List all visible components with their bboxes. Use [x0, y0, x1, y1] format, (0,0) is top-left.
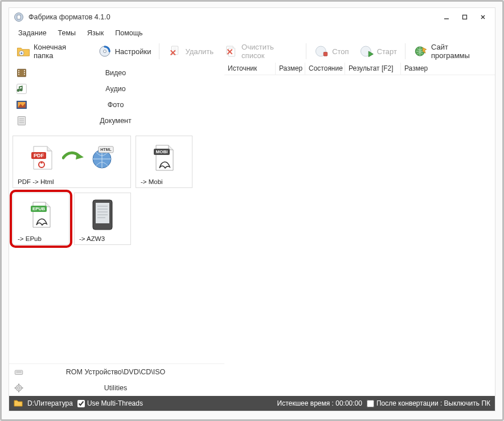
document-icon [16, 115, 27, 126]
col-size-out[interactable]: Размер [401, 63, 495, 75]
svg-text:PDF: PDF [34, 153, 44, 158]
category-photo[interactable]: Фото [13, 97, 221, 113]
col-size[interactable]: Размер [276, 63, 305, 75]
stop-label: Стоп [332, 47, 349, 56]
start-label: Старт [377, 47, 397, 56]
separator [405, 43, 405, 59]
table-header: Источник Размер Состояние Результат [F2]… [224, 63, 495, 75]
tile-label: -> Mobi [141, 176, 187, 185]
settings-button[interactable]: Настройки [93, 42, 156, 61]
multithreads-label: Use Multi-Threads [87, 399, 143, 407]
clear-list-label: Очистить список [241, 43, 298, 60]
delete-button[interactable]: Удалить [163, 42, 218, 61]
tile-label: PDF -> Html [18, 176, 126, 185]
folder-icon [16, 44, 31, 59]
category-video-label: Видео [27, 69, 218, 77]
tile-graphic: PDF HTML [18, 140, 126, 176]
svg-rect-28 [18, 74, 19, 75]
open-folder-icon[interactable] [14, 399, 23, 408]
svg-point-7 [21, 52, 22, 54]
category-utilities[interactable]: Utilities [9, 380, 224, 396]
category-audio-label: Аудио [27, 85, 218, 93]
menu-bar: Задание Темы Язык Помощь [9, 26, 495, 40]
category-document[interactable]: Документ [13, 113, 221, 129]
tile-graphic: MOBI [141, 140, 187, 176]
delete-icon [167, 44, 182, 59]
left-panel: Видео Аудио Фото [9, 63, 224, 396]
tile-mobi[interactable]: MOBI -> Mobi [136, 136, 192, 188]
separator [159, 43, 159, 59]
separator [306, 43, 306, 59]
tile-azw3[interactable]: -> AZW3 [74, 193, 131, 245]
film-icon [16, 67, 27, 79]
maximize-button[interactable] [457, 11, 472, 23]
delete-label: Удалить [185, 47, 214, 56]
svg-text:HTML: HTML [100, 148, 112, 152]
minimize-button[interactable] [439, 11, 454, 23]
category-rom[interactable]: ROM Устройство\DVD\CD\ISO [9, 364, 224, 380]
tile-graphic [79, 197, 126, 233]
svg-rect-31 [24, 74, 25, 75]
col-result[interactable]: Результат [F2] [345, 63, 401, 75]
close-button[interactable] [476, 11, 490, 23]
postconv-input[interactable] [367, 400, 374, 407]
tile-label: -> AZW3 [79, 233, 126, 242]
postconv-checkbox[interactable]: После конвертации : Выключить ПК [367, 399, 490, 407]
site-button[interactable]: Сайт программы [409, 42, 493, 61]
svg-rect-21 [323, 52, 327, 56]
tile-pdf-to-html[interactable]: PDF HTML [13, 136, 131, 188]
svg-rect-29 [24, 70, 25, 71]
title-bar: Фабрика форматов 4.1.0 [9, 8, 495, 26]
start-button[interactable]: Старт [355, 42, 401, 61]
gear-small-icon [14, 383, 24, 393]
status-bar: D:\Литература Use Multi-Threads Истекшее… [9, 396, 495, 411]
pdf-file-icon: PDF [28, 144, 58, 171]
start-icon [359, 44, 374, 59]
menu-themes[interactable]: Темы [52, 27, 81, 39]
table-body[interactable] [224, 75, 495, 396]
category-video[interactable]: Видео [13, 65, 221, 81]
output-path[interactable]: D:\Литература [27, 399, 73, 407]
format-tiles: PDF HTML [9, 132, 224, 248]
window-title: Фабрика форматов 4.1.0 [28, 13, 110, 21]
col-state[interactable]: Состояние [305, 63, 345, 75]
tile-label: -> EPub [18, 233, 64, 242]
app-window: Фабрика форматов 4.1.0 Задание Темы Язык… [9, 7, 495, 411]
multithreads-input[interactable] [77, 400, 85, 407]
stop-button[interactable]: Стоп [310, 42, 353, 61]
destination-folder-button[interactable]: Конечная папка [11, 42, 92, 61]
category-document-label: Документ [27, 117, 218, 125]
arrow-right-icon [62, 149, 84, 166]
svg-text:MOBI: MOBI [156, 149, 168, 154]
gear-icon [97, 44, 112, 59]
svg-rect-1 [17, 15, 21, 19]
svg-rect-30 [24, 72, 25, 73]
main-body: Видео Аудио Фото [9, 63, 495, 396]
menu-language[interactable]: Язык [81, 27, 109, 39]
menu-task[interactable]: Задание [13, 27, 52, 39]
svg-text:EPUB: EPUB [32, 206, 45, 211]
category-rom-label: ROM Устройство\DVD\CD\ISO [24, 368, 220, 376]
menu-help[interactable]: Помощь [109, 27, 148, 39]
clear-list-icon [224, 44, 239, 59]
clear-list-button[interactable]: Очистить список [219, 42, 302, 61]
postconv-label: После конвертации : Выключить ПК [376, 399, 490, 407]
kindle-device-icon [91, 199, 114, 231]
col-source[interactable]: Источник [224, 63, 276, 75]
globe-icon [413, 44, 428, 59]
category-audio[interactable]: Аудио [13, 81, 221, 97]
outer-frame: Фабрика форматов 4.1.0 Задание Темы Язык… [0, 0, 504, 421]
category-utilities-label: Utilities [24, 384, 220, 392]
drive-icon [14, 367, 24, 377]
html-globe-icon: HTML [88, 144, 116, 171]
site-label: Сайт программы [431, 43, 488, 60]
category-list: Видео Аудио Фото [9, 63, 224, 132]
picture-icon [16, 99, 27, 111]
mobi-file-icon: MOBI [150, 143, 178, 173]
svg-rect-26 [18, 70, 19, 71]
tile-epub[interactable]: EPUB -> EPub [13, 193, 69, 245]
multithreads-checkbox[interactable]: Use Multi-Threads [77, 399, 143, 407]
music-note-icon [16, 83, 27, 95]
svg-point-9 [103, 50, 106, 53]
left-bottom: ROM Устройство\DVD\CD\ISO Utilities [9, 363, 224, 396]
